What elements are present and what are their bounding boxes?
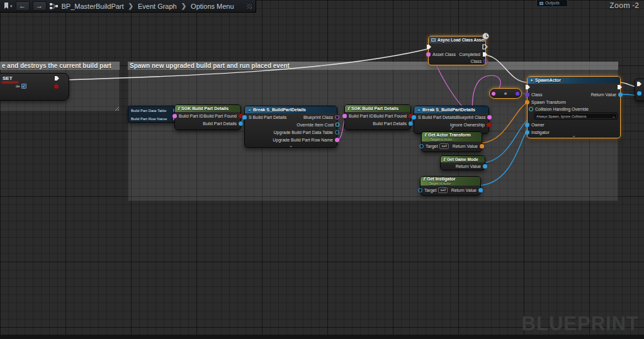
get-actor-transform-node[interactable]: f Get Actor Transform Target is Actor Ta…: [421, 131, 482, 152]
pin-label: S Build Part Details: [249, 115, 286, 119]
conversion-capsule-node[interactable]: ✱: [489, 88, 522, 99]
break-struct-icon: ◄: [417, 108, 421, 112]
transform-pin[interactable]: [480, 144, 484, 148]
bool-pin[interactable]: [54, 84, 59, 89]
owner-pin[interactable]: [525, 123, 529, 127]
sgk-build-part-details-node-1[interactable]: f SGK Build Part Details Build Part ID B…: [174, 104, 241, 130]
chevron-down-icon: ⌄: [612, 114, 615, 118]
breadcrumb-options-menu[interactable]: Options Menu: [191, 3, 234, 10]
completed-exec-pin[interactable]: [482, 52, 488, 57]
pin-label: Collision Handling Override: [535, 107, 589, 111]
getter-label: Build Part Data Table: [131, 109, 166, 113]
break-struct-node-1[interactable]: ◄ Break S_BuildPartDetails S Build Part …: [244, 106, 337, 148]
struct-pin[interactable]: [409, 121, 413, 126]
class-pin[interactable]: [335, 115, 339, 119]
bookmark-button[interactable]: ▾: [4, 3, 13, 9]
exec-in-pin[interactable]: [636, 81, 642, 87]
dropdown-value: Always Spawn, Ignore Collisions: [536, 114, 586, 118]
instigator-pin[interactable]: [525, 130, 529, 135]
get-game-mode-node[interactable]: f Get Game Mode Return Value: [440, 155, 485, 170]
comment-header[interactable]: e and destroys the current build part: [0, 62, 120, 70]
collapse-pins-chevron[interactable]: ⌃: [528, 136, 620, 141]
pin-label: Build Part ID: [349, 114, 373, 118]
pin-label: Class: [531, 92, 543, 97]
object-pin[interactable]: [478, 188, 483, 192]
collision-handling-dropdown[interactable]: Always Spawn, Ignore Collisions ⌄: [534, 113, 618, 119]
exec-out-pin[interactable]: [54, 75, 60, 81]
exec-out-pin[interactable]: [617, 84, 623, 90]
pin-label: Build Part ID: [179, 114, 203, 118]
target-pin[interactable]: [418, 188, 422, 192]
breadcrumb-separator: ❯: [127, 3, 135, 9]
function-icon: f: [423, 177, 425, 182]
pin-label: Build Part Found: [204, 114, 237, 118]
object-pin[interactable]: [483, 164, 487, 169]
pin-label: Return Value: [451, 188, 477, 192]
node-title: Async Load Class Asset: [438, 38, 485, 42]
class-pin[interactable]: [483, 59, 488, 64]
pin-label: Blueprint Class: [303, 115, 333, 119]
pin-label: Upgrade Build Part Row Name: [273, 138, 333, 142]
class-pin[interactable]: [487, 115, 492, 119]
comment-header[interactable]: Spawn new upgraded build part and run pl…: [128, 62, 618, 70]
exec-in-pin[interactable]: [525, 84, 531, 90]
struct-pin[interactable]: [412, 115, 416, 119]
pin-label: Upgrade Build Part Data Table: [274, 130, 333, 135]
pin-label: Owner: [531, 123, 545, 127]
bookmark-icon: [4, 3, 9, 9]
node-title: Get Instigator: [427, 177, 456, 182]
pin-label: Build Part Details: [373, 121, 407, 126]
blueprint-graph-canvas[interactable]: e and destroys the current build part Sp…: [0, 0, 644, 339]
item-cost-pin[interactable]: [336, 123, 339, 126]
struct-pin[interactable]: [242, 115, 247, 119]
back-button[interactable]: ←: [16, 1, 30, 11]
pin-label: Return Value: [591, 92, 616, 97]
spawn-actor-node[interactable]: ✦ SpawnActor Class Return Value: [527, 76, 621, 138]
exec-out-pin[interactable]: [482, 44, 488, 50]
name-pin[interactable]: [492, 92, 495, 96]
struct-pin[interactable]: [239, 121, 243, 126]
asset-class-pin[interactable]: [426, 52, 431, 57]
name-pin[interactable]: [342, 114, 347, 118]
comment-title: e and destroys the current build part: [2, 62, 111, 69]
name-pin[interactable]: [172, 114, 177, 118]
get-instigator-node[interactable]: f Get Instigator Target is Actor Target …: [420, 176, 481, 196]
set-variable-node[interactable]: SET de ✓: [0, 73, 69, 101]
node-title: Break S_BuildPartDetails: [422, 108, 475, 112]
pin-label: Spawn Transform: [531, 100, 566, 104]
bool-checkbox[interactable]: ✓: [21, 84, 26, 89]
panel-icon: [539, 2, 543, 5]
toolbar-resize-grip[interactable]: [247, 4, 252, 9]
sgk-build-part-details-node-2[interactable]: f SGK Build Part Details Build Part ID B…: [344, 104, 411, 130]
transform-pin[interactable]: [525, 100, 529, 104]
function-icon: f: [424, 133, 426, 138]
class-pin[interactable]: [525, 92, 529, 97]
bool-pin[interactable]: [487, 123, 491, 127]
forward-button[interactable]: →: [33, 1, 47, 11]
async-load-class-asset-node[interactable]: Async Load Class Asset Asset Class Compl…: [428, 36, 486, 65]
outputs-tab[interactable]: Outputs: [536, 0, 568, 7]
function-icon: f: [443, 157, 445, 162]
pin-label: Return Value: [453, 144, 478, 148]
class-pin[interactable]: [516, 92, 519, 96]
getter-label: Build Part Row Name: [131, 117, 167, 121]
pin-label: Target: [424, 188, 436, 192]
name-pin[interactable]: [335, 138, 339, 142]
break-struct-node-2[interactable]: ◄ Break S_BuildPartDetails S Build Part …: [414, 106, 489, 134]
collision-enum-pin[interactable]: [529, 107, 533, 111]
return-value-pin[interactable]: [618, 92, 623, 97]
node-title: Get Game Mode: [447, 157, 478, 162]
self-chip: self: [438, 187, 448, 193]
blueprint-watermark: BLUEPRINT: [522, 313, 639, 335]
target-pin[interactable]: [419, 144, 424, 148]
breadcrumb-event-graph[interactable]: Event Graph: [138, 3, 177, 10]
object-pin[interactable]: [335, 130, 339, 135]
breadcrumb-blueprint[interactable]: BP_MasterBuildPart: [62, 3, 124, 10]
offscreen-node[interactable]: [635, 79, 644, 101]
expand-pins-chevron[interactable]: ⌄: [245, 143, 337, 148]
variable-getter-block[interactable]: Build Part Data Table Build Part Row Nam…: [128, 106, 176, 123]
object-pin[interactable]: [637, 91, 641, 96]
node-title: Break S_BuildPartDetails: [253, 108, 306, 112]
graph-icon: [50, 3, 59, 10]
exec-in-pin[interactable]: [426, 44, 432, 50]
